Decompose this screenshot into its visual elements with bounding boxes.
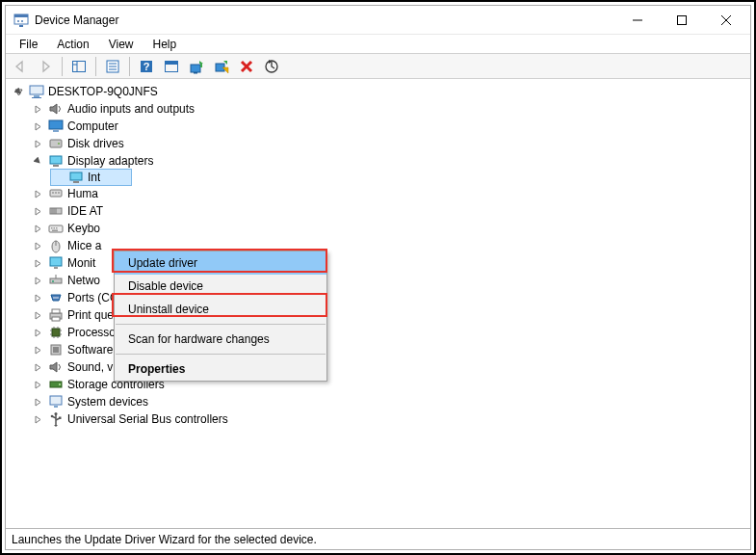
port-icon <box>48 290 64 305</box>
svg-rect-27 <box>30 86 43 94</box>
device-display-child[interactable]: Int <box>50 169 132 186</box>
menu-file[interactable]: File <box>10 36 47 53</box>
menu-action[interactable]: Action <box>47 36 98 53</box>
category-label: Computer <box>67 119 118 133</box>
expand-icon[interactable] <box>31 274 44 287</box>
root-label: DESKTOP-9Q0JNFS <box>48 85 158 98</box>
printer-icon <box>48 307 64 323</box>
svg-point-58 <box>53 297 55 299</box>
category-label: Universal Serial Bus controllers <box>67 412 228 426</box>
sound-icon <box>48 359 64 375</box>
hid-icon <box>48 186 64 201</box>
category-label: Display adapters <box>67 154 153 168</box>
menu-update-driver[interactable]: Update driver <box>115 251 326 275</box>
back-button[interactable] <box>10 56 31 77</box>
expand-icon[interactable] <box>31 343 44 357</box>
svg-rect-55 <box>50 278 62 283</box>
svg-rect-29 <box>32 97 41 98</box>
expand-icon[interactable] <box>31 395 44 409</box>
category-display[interactable]: Display adapters <box>31 152 750 170</box>
expand-icon[interactable] <box>31 360 44 374</box>
show-hide-console-tree-button[interactable] <box>68 56 90 77</box>
usb-icon <box>48 411 64 427</box>
expand-icon[interactable] <box>31 378 44 391</box>
collapse-icon[interactable] <box>31 154 44 168</box>
category-system[interactable]: System devices <box>31 393 750 410</box>
category-disk[interactable]: Disk drives <box>31 135 750 152</box>
disable-device-button[interactable] <box>211 56 232 77</box>
category-audio[interactable]: Audio inputs and outputs <box>31 100 750 118</box>
svg-rect-53 <box>50 257 62 266</box>
minimize-button[interactable] <box>615 6 660 35</box>
svg-rect-41 <box>58 192 60 194</box>
update-driver-button[interactable] <box>186 56 207 77</box>
display-adapter-icon <box>68 170 84 185</box>
expand-icon[interactable] <box>31 204 44 218</box>
expand-icon[interactable] <box>31 239 44 252</box>
svg-text:?: ? <box>143 61 150 72</box>
svg-rect-4 <box>19 25 23 27</box>
menu-disable-device[interactable]: Disable device <box>115 275 326 298</box>
svg-rect-35 <box>53 165 59 167</box>
collapse-icon[interactable] <box>12 85 25 98</box>
expand-icon[interactable] <box>31 256 44 270</box>
menu-properties[interactable]: Properties <box>115 357 326 381</box>
action-list-button[interactable] <box>161 56 182 77</box>
network-icon <box>48 273 64 288</box>
category-usb[interactable]: Universal Serial Bus controllers <box>31 410 750 428</box>
expand-icon[interactable] <box>31 187 44 200</box>
root-node[interactable]: DESKTOP-9Q0JNFS <box>12 83 750 100</box>
category-hid[interactable]: Huma <box>31 185 750 202</box>
svg-rect-77 <box>50 396 62 405</box>
properties-button[interactable] <box>102 56 123 77</box>
svg-rect-40 <box>55 192 57 194</box>
svg-rect-6 <box>678 15 687 24</box>
category-label: IDE AT <box>67 204 103 218</box>
expand-icon[interactable] <box>31 412 44 426</box>
category-label: Disk drives <box>67 137 124 150</box>
mouse-icon <box>48 238 64 253</box>
svg-rect-21 <box>194 72 197 74</box>
svg-rect-32 <box>50 140 62 147</box>
svg-point-3 <box>21 20 23 22</box>
speaker-icon <box>48 101 64 117</box>
help-button[interactable]: ? <box>136 56 157 77</box>
expand-icon[interactable] <box>31 102 44 116</box>
category-keyboards[interactable]: Keybo <box>31 220 750 237</box>
expand-icon[interactable] <box>31 291 44 304</box>
context-menu: Update driver Disable device Uninstall d… <box>114 251 327 382</box>
svg-rect-47 <box>51 227 53 229</box>
menu-view[interactable]: View <box>99 36 143 53</box>
close-button[interactable] <box>704 6 748 35</box>
category-label: Keybo <box>67 222 100 235</box>
device-label: Int <box>88 171 100 184</box>
expand-icon[interactable] <box>31 326 44 339</box>
maximize-button[interactable] <box>660 6 704 35</box>
svg-rect-30 <box>49 120 63 129</box>
status-text: Launches the Update Driver Wizard for th… <box>12 533 317 546</box>
category-ide[interactable]: IDE AT <box>31 202 750 220</box>
svg-rect-1 <box>14 14 28 17</box>
expand-icon[interactable] <box>31 137 44 150</box>
svg-point-59 <box>55 297 57 299</box>
scan-hardware-button[interactable] <box>261 56 282 77</box>
expand-icon[interactable] <box>31 119 44 133</box>
svg-point-80 <box>55 412 58 415</box>
window-title: Device Manager <box>35 13 615 27</box>
svg-rect-82 <box>59 417 62 420</box>
expand-icon[interactable] <box>31 308 44 322</box>
uninstall-device-button[interactable] <box>236 56 257 77</box>
svg-rect-64 <box>52 329 60 336</box>
category-computer[interactable]: Computer <box>31 118 750 135</box>
expand-icon[interactable] <box>31 222 44 235</box>
toolbar: ? <box>6 54 750 79</box>
svg-rect-62 <box>52 309 60 313</box>
forward-button[interactable] <box>35 56 56 77</box>
svg-point-60 <box>57 297 59 299</box>
monitor-icon <box>48 119 64 134</box>
menu-uninstall-device[interactable]: Uninstall device <box>115 298 326 321</box>
menu-help[interactable]: Help <box>143 36 187 53</box>
svg-point-2 <box>17 20 19 22</box>
menu-scan-hardware[interactable]: Scan for hardware changes <box>115 328 326 351</box>
storage-controller-icon <box>48 377 64 392</box>
